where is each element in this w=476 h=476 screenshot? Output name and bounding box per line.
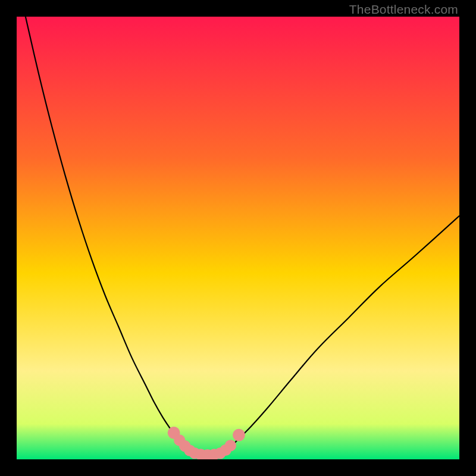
curve-left-branch xyxy=(26,17,194,453)
curve-right-branch xyxy=(220,216,459,454)
watermark-text: TheBottleneck.com xyxy=(349,2,458,17)
plot-area xyxy=(17,17,459,459)
chart-frame: TheBottleneck.com xyxy=(0,0,476,476)
curve-layer xyxy=(17,17,459,459)
data-marker xyxy=(225,440,236,451)
data-marker xyxy=(233,429,245,441)
